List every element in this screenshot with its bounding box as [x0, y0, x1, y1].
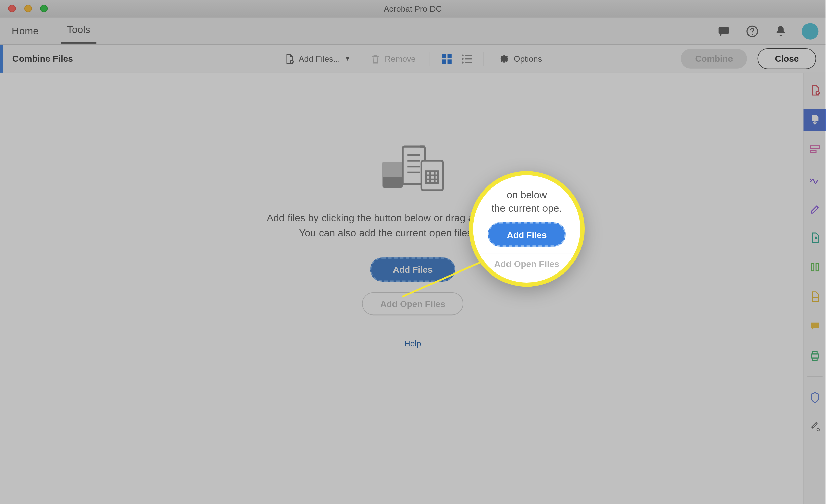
- rail-protect[interactable]: [803, 386, 826, 409]
- toolbar: Combine Files Add Files... ▼ Remove: [0, 45, 825, 73]
- tool-title: Combine Files: [12, 54, 73, 64]
- tab-home[interactable]: Home: [6, 19, 45, 43]
- svg-rect-9: [465, 54, 472, 56]
- svg-rect-7: [448, 59, 452, 63]
- svg-rect-0: [719, 27, 729, 33]
- separator: [484, 52, 484, 66]
- main-area: Add files by clicking the button below o…: [0, 73, 825, 504]
- trash-icon: [370, 53, 381, 65]
- add-open-files-button: Add Open Files: [362, 292, 463, 315]
- empty-state: Add files by clicking the button below o…: [267, 143, 559, 348]
- svg-rect-30: [811, 263, 814, 271]
- rail-organize[interactable]: [803, 256, 826, 279]
- add-files-button[interactable]: Add Files: [370, 257, 455, 282]
- tab-tools[interactable]: Tools: [61, 18, 96, 43]
- rail-export-pdf[interactable]: [803, 109, 826, 131]
- svg-rect-29: [810, 150, 816, 152]
- rail-comment[interactable]: [803, 315, 826, 338]
- gear-icon: [498, 53, 510, 65]
- svg-rect-31: [816, 263, 818, 271]
- help-icon[interactable]: [745, 24, 759, 38]
- svg-rect-4: [442, 54, 446, 58]
- svg-rect-35: [813, 358, 817, 360]
- grid-view-icon[interactable]: [440, 52, 454, 66]
- close-button[interactable]: Close: [758, 48, 816, 69]
- window-minimize-dot[interactable]: [24, 5, 32, 12]
- top-tab-row: Home Tools: [0, 18, 825, 45]
- help-link[interactable]: Help: [267, 339, 559, 348]
- svg-point-12: [462, 61, 464, 63]
- rail-fill-sign[interactable]: [803, 197, 826, 219]
- rail-more-tools[interactable]: [803, 416, 826, 438]
- documents-illustration-icon: [380, 143, 445, 198]
- instructions-text: Add files by clicking the button below o…: [267, 212, 559, 241]
- rail-print[interactable]: [803, 344, 826, 367]
- combine-button: Combine: [681, 49, 747, 69]
- svg-rect-6: [442, 59, 446, 63]
- chat-icon[interactable]: [717, 24, 731, 38]
- list-view-icon[interactable]: [460, 52, 474, 66]
- rail-redact[interactable]: [803, 286, 826, 308]
- window-close-dot[interactable]: [8, 5, 16, 12]
- options-button[interactable]: Options: [494, 49, 547, 68]
- window-zoom-dot[interactable]: [40, 5, 48, 12]
- rail-divider: [807, 376, 822, 377]
- rail-request-signatures[interactable]: [803, 168, 826, 190]
- rail-share[interactable]: [803, 226, 826, 249]
- notifications-icon[interactable]: [774, 24, 788, 38]
- svg-point-2: [752, 33, 753, 35]
- svg-rect-32: [813, 297, 817, 298]
- svg-rect-11: [465, 58, 472, 59]
- right-tool-rail: [803, 73, 826, 504]
- svg-rect-33: [811, 354, 818, 358]
- window-title: Acrobat Pro DC: [384, 4, 442, 13]
- accent-stripe: [0, 45, 3, 73]
- rail-create-pdf[interactable]: [803, 79, 826, 101]
- svg-rect-28: [810, 146, 819, 148]
- separator: [430, 52, 430, 66]
- profile-avatar[interactable]: [802, 23, 818, 39]
- rail-edit-pdf[interactable]: [803, 138, 826, 161]
- svg-rect-5: [448, 54, 452, 58]
- svg-point-8: [462, 54, 464, 56]
- chevron-down-icon: ▼: [345, 55, 350, 62]
- svg-rect-34: [813, 351, 817, 354]
- titlebar: Acrobat Pro DC: [0, 0, 825, 18]
- add-files-dropdown[interactable]: Add Files... ▼: [278, 49, 355, 68]
- svg-point-10: [462, 58, 464, 59]
- svg-rect-13: [465, 61, 472, 63]
- page-plus-icon: [283, 53, 295, 65]
- svg-rect-15: [383, 162, 403, 177]
- remove-button: Remove: [365, 49, 420, 68]
